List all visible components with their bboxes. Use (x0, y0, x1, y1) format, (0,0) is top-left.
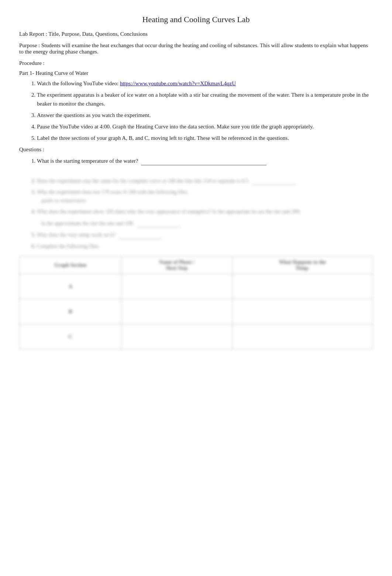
blurred-q2: Does the experiment stay the same for th… (37, 176, 373, 185)
procedure-step-5: Label the three sections of your graph A… (37, 134, 373, 142)
procedure-step-3: Answer the questions as you watch the ex… (37, 111, 373, 120)
purpose-colon: : (38, 42, 41, 48)
data-table: Graph Section Name of Phase /Heat Step W… (19, 256, 373, 349)
questions-block: Questions : (19, 146, 373, 153)
question-1-text: What is the starting temperature of the … (37, 158, 138, 164)
question-1: What is the starting temperature of the … (37, 156, 373, 165)
blurred-q5: Why does the very setup work on it? (37, 230, 373, 239)
procedure-colon: : (43, 60, 45, 66)
questions-label: Questions (19, 146, 41, 152)
page-title: Heating and Cooling Curves Lab (19, 15, 373, 24)
questions-colon: : (43, 146, 44, 152)
table-cell-phase-a (121, 274, 232, 299)
question-1-answer-line[interactable] (141, 156, 267, 165)
blurred-q4: Why does the experiment show 195 (km) wh… (37, 207, 373, 227)
purpose-block: Purpose : Students will examine the heat… (19, 42, 373, 55)
step1-text: Watch the following YouTube video: (37, 80, 120, 86)
step3-text: Answer the questions as you watch the ex… (37, 112, 151, 118)
step2-text: The experiment apparatus is a beaker of … (37, 92, 369, 106)
table-header-section: Graph Section (20, 256, 121, 274)
table-cell-temp-a (232, 274, 372, 299)
lab-report-line: Lab Report : Title, Purpose, Data, Quest… (19, 31, 373, 37)
procedure-label: Procedure (19, 60, 42, 66)
procedure-step-2: The experiment apparatus is a beaker of … (37, 91, 373, 108)
table-header-phase: Name of Phase /Heat Step (121, 256, 232, 274)
youtube-link[interactable]: https://www.youtube.com/watch?v=XDkmavL4… (120, 80, 236, 86)
table-cell-temp-b (232, 299, 372, 324)
table-cell-phase-c (121, 324, 232, 349)
blurred-section: Does the experiment stay the same for th… (19, 176, 373, 349)
table-cell-temp-c (232, 324, 372, 349)
table-cell-section-b: B (20, 299, 121, 324)
purpose-text: Students will examine the heat exchanges… (19, 42, 368, 55)
questions-list: What is the starting temperature of the … (37, 156, 373, 165)
procedure-list: Watch the following YouTube video: https… (37, 79, 373, 143)
step4-text: Pause the YouTube video at 4:00. Graph t… (37, 124, 314, 130)
part1-heading: Part 1- Heating Curve of Water (19, 70, 373, 76)
procedure-block: Procedure : (19, 60, 373, 66)
procedure-step-4: Pause the YouTube video at 4:00. Graph t… (37, 123, 373, 131)
lab-report-content: Title, Purpose, Data, Questions, Conclus… (48, 31, 148, 37)
blurred-q6: Complete the following files: (37, 242, 373, 250)
purpose-label: Purpose (19, 42, 37, 48)
procedure-step-1: Watch the following YouTube video: https… (37, 79, 373, 88)
table-row: C (20, 324, 373, 349)
lab-report-label: Lab Report (19, 31, 44, 37)
table-row: A (20, 274, 373, 299)
table-header-row: Graph Section Name of Phase /Heat Step W… (20, 256, 373, 274)
table-row: B (20, 299, 373, 324)
blurred-questions-list: Does the experiment stay the same for th… (37, 176, 373, 250)
table-cell-phase-b (121, 299, 232, 324)
step5-text: Label the three sections of your graph A… (37, 135, 289, 141)
table-cell-section-c: C (20, 324, 121, 349)
blurred-q3: Why the experiment does not 170 years A … (37, 188, 373, 204)
table-cell-section-a: A (20, 274, 121, 299)
table-header-temp: What Happens to theTemp. (232, 256, 372, 274)
